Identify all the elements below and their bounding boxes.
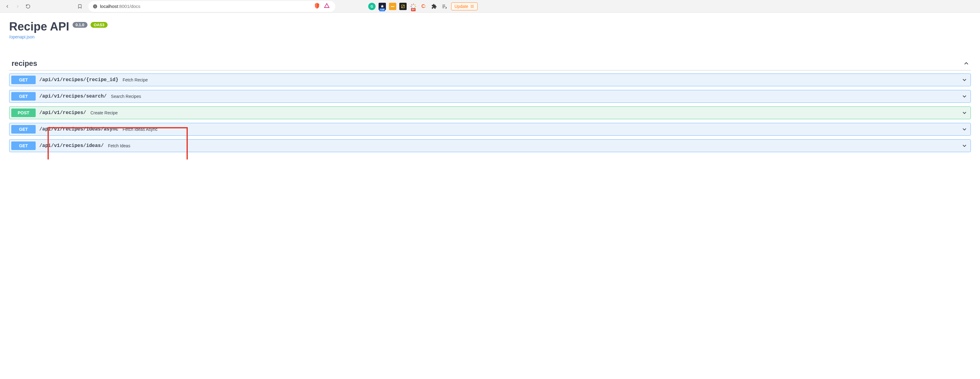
extension-box-icon[interactable] xyxy=(399,3,407,10)
operation-path: /api/v1/recipes/ideas/async xyxy=(39,127,118,132)
http-method-badge: POST xyxy=(11,108,36,117)
chevron-up-icon xyxy=(963,60,970,67)
brave-shields-icon[interactable] xyxy=(314,2,320,10)
browser-toolbar: localhost:8001/docs G 118 ••• 9+ C: xyxy=(0,0,980,13)
extension-orange-icon[interactable]: ••• xyxy=(389,3,396,10)
svg-marker-3 xyxy=(325,3,329,7)
brave-rewards-icon[interactable] xyxy=(324,3,330,10)
tag-header[interactable]: recipes xyxy=(9,57,971,70)
chevron-down-icon xyxy=(961,126,967,132)
operation-fetch-ideas-async[interactable]: GET /api/v1/recipes/ideas/async Fetch Id… xyxy=(9,123,971,136)
operation-fetch-ideas[interactable]: GET /api/v1/recipes/ideas/ Fetch Ideas xyxy=(9,139,971,152)
site-info-icon[interactable] xyxy=(93,4,97,9)
http-method-badge: GET xyxy=(11,142,36,150)
grammarly-icon[interactable]: G xyxy=(368,3,375,10)
chevron-down-icon xyxy=(961,77,967,83)
operation-create-recipe[interactable]: POST /api/v1/recipes/ Create Recipe xyxy=(9,107,971,119)
extension-badge-9plus: 9+ xyxy=(411,8,415,11)
nav-buttons xyxy=(4,3,31,10)
operation-summary: Fetch Ideas Async xyxy=(123,127,157,132)
svg-rect-1 xyxy=(95,6,95,7)
reading-list-icon[interactable] xyxy=(441,3,448,10)
oas-badge: OAS3 xyxy=(91,22,107,28)
extensions-area: G 118 ••• 9+ C: Update xyxy=(368,2,478,10)
chevron-down-icon xyxy=(961,93,967,99)
svg-line-9 xyxy=(412,4,412,5)
chevron-down-icon xyxy=(961,143,967,149)
svg-line-12 xyxy=(415,4,415,5)
operations-list: GET /api/v1/recipes/{recipe_id} Fetch Re… xyxy=(9,73,971,152)
update-label: Update xyxy=(455,4,468,9)
chevron-down-icon xyxy=(961,110,967,116)
page-content: Recipe API 0.1.0 OAS3 /openapi.json reci… xyxy=(0,13,980,159)
http-method-badge: GET xyxy=(11,92,36,100)
operation-fetch-recipe[interactable]: GET /api/v1/recipes/{recipe_id} Fetch Re… xyxy=(9,73,971,86)
operation-path: /api/v1/recipes/{recipe_id} xyxy=(39,77,118,83)
tag-section-recipes: recipes GET /api/v1/recipes/{recipe_id} … xyxy=(9,57,971,152)
bookmark-icon[interactable] xyxy=(77,3,83,10)
openapi-json-link[interactable]: /openapi.json xyxy=(9,35,35,39)
extension-badge-118: 118 xyxy=(379,8,385,11)
address-bar[interactable]: localhost:8001/docs xyxy=(88,1,335,12)
version-badge: 0.1.0 xyxy=(73,22,88,28)
url-text: localhost:8001/docs xyxy=(100,4,140,9)
operation-summary: Fetch Ideas xyxy=(108,143,130,148)
update-button[interactable]: Update xyxy=(451,2,478,10)
forward-button[interactable] xyxy=(14,3,21,10)
api-title: Recipe API 0.1.0 OAS3 xyxy=(9,20,108,33)
extension-dark-icon[interactable]: 118 xyxy=(379,3,386,10)
reload-button[interactable] xyxy=(25,3,31,10)
address-bar-right xyxy=(314,2,331,10)
extension-sun-icon[interactable]: 9+ xyxy=(410,3,417,10)
api-header: Recipe API 0.1.0 OAS3 xyxy=(9,20,971,33)
operation-search-recipes[interactable]: GET /api/v1/recipes/search/ Search Recip… xyxy=(9,90,971,103)
http-method-badge: GET xyxy=(11,125,36,134)
tag-name: recipes xyxy=(11,59,37,68)
operation-summary: Search Recipes xyxy=(111,94,141,99)
operation-summary: Create Recipe xyxy=(91,110,118,115)
http-method-badge: GET xyxy=(11,76,36,84)
extension-c-icon[interactable]: C: xyxy=(420,3,427,10)
extensions-menu-icon[interactable] xyxy=(430,3,438,10)
back-button[interactable] xyxy=(4,3,10,10)
operation-summary: Fetch Recipe xyxy=(123,78,148,82)
operation-path: /api/v1/recipes/search/ xyxy=(39,94,107,99)
operation-path: /api/v1/recipes/ideas/ xyxy=(39,143,103,148)
operation-path: /api/v1/recipes/ xyxy=(39,110,86,116)
